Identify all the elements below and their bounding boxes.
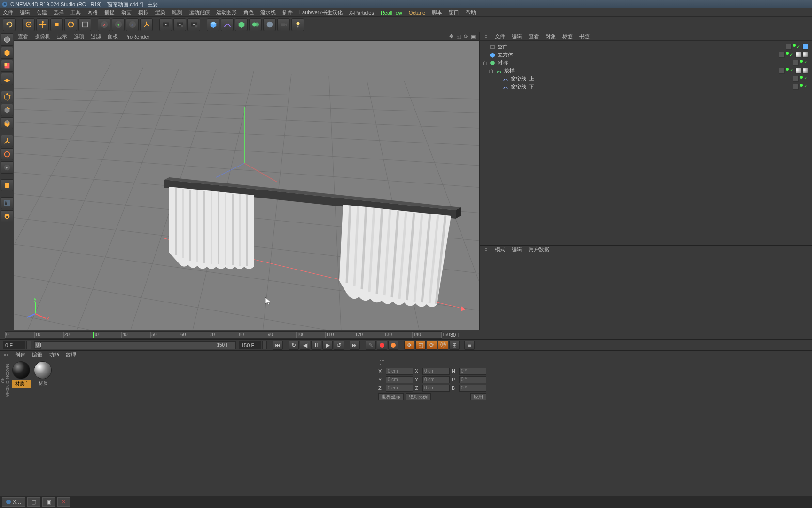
size-field[interactable]: 0 cm [422,368,450,375]
enable-check[interactable]: ✓ [804,76,808,80]
rot-field[interactable]: 0 ° [459,385,486,392]
autokey-button[interactable] [377,341,387,350]
menu-item[interactable]: 编辑 [20,9,30,16]
vp-menu-item[interactable]: 摄像机 [35,33,50,40]
phong-tag[interactable] [795,52,801,58]
undo-button[interactable] [3,18,16,31]
polygons-mode-button[interactable] [1,117,13,129]
layer-tag[interactable] [786,44,792,50]
visibility-dot[interactable] [786,52,789,55]
pos-field[interactable]: 0 cm [386,385,413,392]
obj-tab[interactable]: 标签 [562,33,573,40]
visibility-dot[interactable] [800,76,803,79]
obj-tree-row[interactable]: 空白✓ [481,43,811,51]
range-slider[interactable]: 0 F 150 F [34,341,236,349]
size-field[interactable]: 0 cm [422,376,450,383]
material-preview[interactable]: 材质 [34,361,53,396]
recent-tool-button[interactable] [78,18,91,31]
scale-button[interactable] [50,18,63,31]
obj-tree-row[interactable]: 白对称✓ [481,59,811,67]
menu-item[interactable]: RealFlow [381,10,402,16]
taskbar-maximize[interactable]: ▣ [42,497,55,507]
menu-item[interactable]: Octane [409,10,425,16]
layout-button[interactable]: ≡ [464,341,475,350]
obj-tree-row[interactable]: 白放样✓ [481,67,811,75]
vp-menu-item[interactable]: 过滤 [91,33,101,40]
menu-item[interactable]: 捕捉 [104,9,115,16]
key-pos-button[interactable]: ✥ [404,341,414,350]
vp-menu-item[interactable]: ProRender [125,34,149,40]
layer-tag[interactable] [793,76,799,82]
menu-item[interactable]: 运动图形 [216,9,237,16]
key-param-button[interactable]: Ⓟ [438,341,448,350]
rot-field[interactable]: 0 ° [459,376,486,383]
add-environment-button[interactable] [263,18,276,31]
menu-item[interactable]: 帮助 [466,9,476,16]
key-rot-button[interactable]: ⟳ [427,341,437,350]
perspective-viewport[interactable]: y x [14,41,479,330]
pause-button[interactable]: ⏸ [311,341,321,350]
locked-workspace-button[interactable] [1,197,13,209]
move-button[interactable] [36,18,49,31]
taskbar-close[interactable]: ✕ [57,497,70,507]
menu-item[interactable]: Laubwerk书生汉化 [299,9,343,16]
edges-mode-button[interactable] [1,104,13,116]
workplane-snap-button[interactable] [1,179,13,191]
object-tree[interactable]: 空白✓立方体✓白对称✓白放样✓窗帘线_上✓窗帘线_下✓ [480,41,812,93]
key-scale-button[interactable]: ◱ [415,341,426,350]
axis-z-button[interactable]: Z [126,18,139,31]
visibility-dot[interactable] [786,68,789,71]
goto-end-button[interactable]: ⏭ [350,341,360,350]
mat-menu-item[interactable]: 功能 [49,351,59,358]
attr-tab[interactable]: 模式 [495,246,505,253]
spinner[interactable] [26,341,31,349]
grip-icon[interactable] [4,354,8,356]
layer-tag[interactable] [779,68,785,74]
add-camera-button[interactable] [277,18,290,31]
menu-item[interactable]: 窗口 [449,9,459,16]
axis-y-button[interactable]: Y [112,18,125,31]
start-frame-field[interactable]: 0 F [3,341,25,349]
render-region-button[interactable] [173,18,186,31]
enable-check[interactable]: ✓ [804,60,808,64]
render-settings-button[interactable] [187,18,200,31]
add-light-button[interactable] [291,18,304,31]
expand-toggle[interactable]: 白 [483,60,487,66]
add-spline-button[interactable] [221,18,234,31]
timeline[interactable]: 0102030405060708090100110120130140150 30… [0,330,812,339]
rot-field[interactable]: 0 ° [459,368,486,375]
add-deformer-button[interactable] [249,18,262,31]
phong-tag[interactable] [795,68,801,74]
mat-menu-item[interactable]: 纹理 [66,351,76,358]
selection-tag[interactable] [802,44,808,50]
loop-button[interactable]: ↻ [289,341,299,350]
menu-item[interactable]: 模拟 [138,9,148,16]
coord-apply-button[interactable]: 应用 [470,393,486,400]
render-view-button[interactable] [159,18,172,31]
enable-check[interactable]: ✓ [796,44,801,48]
enable-check[interactable]: ✓ [804,84,808,88]
vp-menu-item[interactable]: 面板 [108,33,118,40]
material-panel[interactable]: 材质.1材质 [10,359,375,397]
end-frame-field[interactable]: 150 F [239,341,261,349]
mat-menu-item[interactable]: 创建 [15,351,25,358]
enable-check[interactable]: ✓ [789,68,794,72]
vp-menu-item[interactable]: 显示 [57,33,67,40]
play-button[interactable]: ▶ [322,341,333,350]
spinner[interactable] [262,341,267,349]
obj-tree-row[interactable]: 窗帘线_上✓ [481,75,811,83]
pos-field[interactable]: 0 cm [386,376,413,383]
taskbar-item[interactable]: X… [2,497,25,507]
enable-check[interactable]: ✓ [789,52,794,56]
layer-tag[interactable] [779,52,785,58]
record-button[interactable]: ✎ [366,341,376,350]
menu-item[interactable]: 插件 [282,9,293,16]
coord-space-dropdown[interactable]: 世界坐标 [378,393,404,400]
vp-zoom-icon[interactable]: ◱ [456,33,461,40]
menu-item[interactable]: 角色 [243,9,254,16]
visibility-dot[interactable] [800,84,803,87]
rotate-button[interactable] [64,18,77,31]
menu-item[interactable]: 工具 [70,9,81,16]
keyframe-sel-button[interactable] [388,341,398,350]
vp-menu-item[interactable]: 查看 [18,33,28,40]
